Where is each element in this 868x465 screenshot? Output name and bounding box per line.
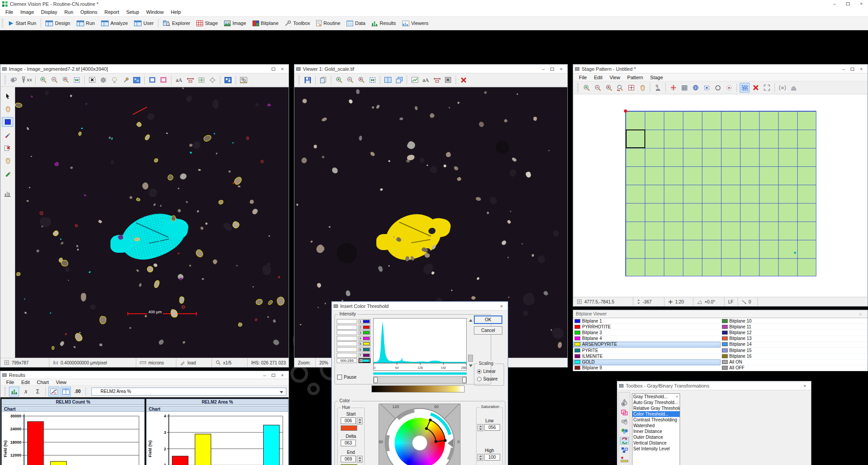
slider-handle-low[interactable]: [374, 377, 378, 383]
copy-icon[interactable]: [318, 75, 328, 85]
photoblue-icon[interactable]: [132, 75, 142, 85]
saturation-low-input[interactable]: 056: [484, 424, 500, 431]
close-icon[interactable]: ×: [278, 371, 287, 379]
maximize-icon[interactable]: [269, 371, 278, 379]
menu-item-help[interactable]: Help: [167, 9, 184, 15]
cancel-button[interactable]: Cancel: [474, 326, 502, 335]
hue-start-spinner[interactable]: [357, 417, 363, 425]
toolbar-button-design[interactable]: Design: [42, 17, 73, 29]
threshold-range-slider[interactable]: [373, 376, 467, 384]
menu-item-file[interactable]: File: [575, 75, 591, 80]
toolbar-button-analyze[interactable]: Analyze: [98, 17, 131, 29]
bitplane-slot-7[interactable]: 7: [359, 353, 371, 358]
fit-icon[interactable]: [367, 75, 377, 85]
radio-icon[interactable]: [477, 377, 481, 381]
bitplane-item-bitplane-14[interactable]: Bitplane 14: [721, 342, 868, 348]
result-selector-dropdown[interactable]: RELM2 Area %: [91, 388, 286, 396]
minimize-icon[interactable]: –: [539, 65, 548, 73]
stage-window-titlebar[interactable]: Stage Pattern - Untitled * – ×: [573, 65, 868, 73]
stack-icon[interactable]: [394, 75, 404, 85]
bitplane-item-bitplane-9[interactable]: Bitplane 9: [573, 365, 721, 371]
pause-option[interactable]: Pause: [337, 375, 356, 380]
square-option[interactable]: Square: [477, 376, 497, 381]
menu-item-report[interactable]: Report: [101, 9, 123, 15]
bitplane-item-bitplane-16[interactable]: Bitplane 16: [721, 353, 868, 359]
menu-item-edit[interactable]: Edit: [591, 75, 606, 80]
objectiveXX-icon[interactable]: XX: [20, 75, 33, 85]
bitplane-item-bitplane-12[interactable]: Bitplane 12: [721, 330, 868, 336]
intensity-range-box[interactable]: 000-255: [337, 358, 357, 363]
bitplane-slot-8[interactable]: 8: [359, 358, 371, 363]
cam-category-icon[interactable]: [620, 400, 629, 407]
saturation-high-spinner[interactable]: [477, 454, 483, 461]
bitplane-item-arsenopyrite[interactable]: ARSENOPYRITE: [573, 342, 721, 348]
segmented-image-canvas[interactable]: 400 µm: [15, 87, 289, 358]
active-grid-cell[interactable]: [626, 129, 645, 148]
hue-delta-input[interactable]: 063: [341, 440, 356, 446]
gridsmall-icon[interactable]: [680, 83, 689, 93]
intensity-range-box[interactable]: [337, 341, 357, 346]
toolbox-item-inner-distance[interactable]: Inner Distance: [632, 429, 680, 434]
panels-icon[interactable]: [383, 75, 393, 85]
gridcross-icon[interactable]: [626, 83, 636, 93]
eject-icon[interactable]: [789, 83, 799, 93]
slider-handle-high[interactable]: [462, 377, 466, 383]
hue-end-input[interactable]: 069: [341, 456, 356, 462]
arrows-icon[interactable]: [196, 75, 206, 85]
minimize-icon[interactable]: –: [839, 65, 848, 73]
toolbar-button-results[interactable]: Results: [368, 17, 399, 29]
fit-icon[interactable]: [72, 75, 82, 85]
toolbar-button-image[interactable]: Image: [221, 17, 249, 29]
intensity-range-box[interactable]: [337, 325, 357, 330]
gear-icon[interactable]: [98, 75, 108, 85]
close-icon[interactable]: ×: [557, 65, 566, 73]
pink-category-icon[interactable]: [620, 409, 629, 416]
globe-icon[interactable]: [691, 83, 701, 93]
pause-checkbox[interactable]: [337, 375, 342, 380]
bitplane-item-bitplane-10[interactable]: Bitplane 10: [721, 318, 868, 324]
sqpink-icon[interactable]: [159, 75, 168, 85]
greenpen-tool-icon[interactable]: [2, 169, 13, 178]
scroll-up-icon[interactable]: [468, 318, 473, 323]
hue-color-wheel[interactable]: 120 60 240 300 0 180: [379, 404, 460, 465]
scrollbar-thumb[interactable]: [468, 355, 473, 362]
close-icon[interactable]: ×: [278, 65, 287, 73]
bitplane-item-bitplane-13[interactable]: Bitplane 13: [721, 336, 868, 342]
scroll-up-icon[interactable]: ▲: [675, 394, 679, 398]
bitplane-item-pyrrhotite[interactable]: PYRRHOTITE: [573, 324, 721, 330]
dialog-titlebar[interactable]: Insert Color Threshold ×: [332, 302, 508, 311]
maximize-icon[interactable]: [548, 65, 557, 73]
toolbox-titlebar[interactable]: Toolbox - Gray/Binary Transformations ×: [617, 381, 811, 390]
toolbar-button-user[interactable]: User: [131, 17, 157, 29]
circleo-icon[interactable]: [713, 83, 723, 93]
bitplane-item-ilmenite[interactable]: ILMENITE: [573, 353, 721, 359]
toolbox-item-color-threshold-[interactable]: Color Threshold...: [632, 411, 680, 417]
dashsq-icon[interactable]: [702, 83, 712, 93]
toolbox-item-watershed[interactable]: Watershed: [632, 423, 680, 429]
x-values-button[interactable]: x: [20, 387, 31, 396]
menu-item-options[interactable]: Options: [77, 9, 101, 15]
bitplane-slot-2[interactable]: 2: [359, 325, 371, 330]
delx-tool-icon[interactable]: [2, 143, 13, 152]
minimize-icon[interactable]: –: [260, 371, 269, 379]
spheres-category-icon[interactable]: [620, 418, 629, 426]
chartico-icon[interactable]: [410, 75, 420, 85]
bulb-icon[interactable]: [110, 75, 119, 85]
bitplane-slot-4[interactable]: 4: [359, 336, 371, 341]
joystick-icon[interactable]: [653, 83, 663, 93]
toolbar-button-stage[interactable]: Stage: [193, 17, 221, 29]
menu-item-view[interactable]: View: [606, 75, 624, 80]
toolbar-button-routine[interactable]: Routine: [313, 17, 343, 29]
magx-icon[interactable]: [61, 75, 70, 85]
radio-selected-icon[interactable]: [477, 369, 481, 374]
bitplane-slot-1[interactable]: 1: [359, 319, 371, 324]
intensity-range-box[interactable]: [337, 336, 357, 341]
chart-view-button[interactable]: [9, 387, 19, 396]
ruler1-category-icon[interactable]: [620, 456, 629, 463]
crosshair-icon[interactable]: [208, 75, 217, 85]
redcross-icon[interactable]: [668, 83, 678, 93]
intensity-range-box[interactable]: [337, 347, 357, 352]
paren-icon[interactable]: [778, 83, 787, 93]
menu-item-edit[interactable]: Edit: [18, 380, 33, 385]
intensity-range-box[interactable]: [337, 353, 357, 358]
